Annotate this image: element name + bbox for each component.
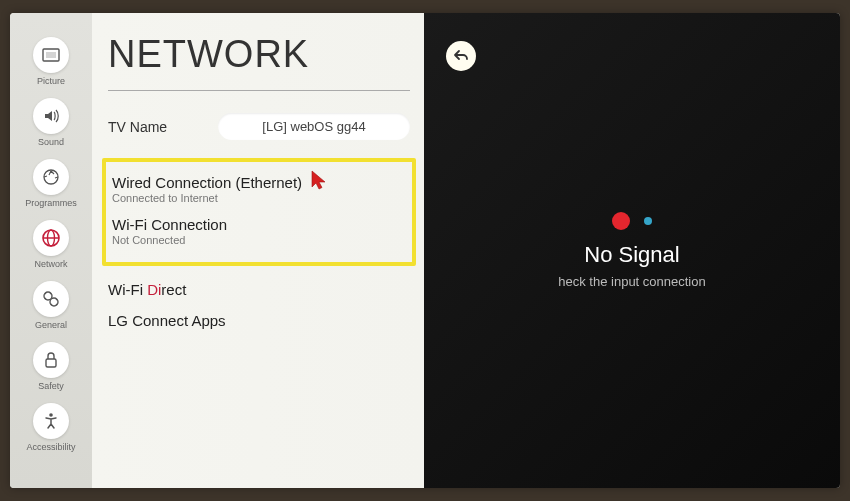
sidebar-item-network[interactable]: Network [33, 220, 69, 269]
svg-point-9 [49, 413, 53, 417]
dot-red-icon [612, 212, 630, 230]
sidebar-item-safety[interactable]: Safety [33, 342, 69, 391]
no-signal-title: No Signal [584, 242, 679, 268]
tv-name-label: TV Name [108, 119, 218, 135]
programmes-icon [33, 159, 69, 195]
wifi-direct-text-accent: Di [147, 281, 161, 298]
signal-indicator-dots [612, 212, 652, 230]
network-icon [33, 220, 69, 256]
sidebar-item-label: Accessibility [26, 442, 75, 452]
sidebar-item-general[interactable]: General [33, 281, 69, 330]
highlighted-connections: Wired Connection (Ethernet) Connected to… [102, 158, 416, 266]
option-wired-connection[interactable]: Wired Connection (Ethernet) Connected to… [112, 170, 406, 212]
tv-name-value[interactable]: [LG] webOS gg44 [218, 113, 410, 140]
divider [108, 90, 410, 91]
svg-rect-1 [46, 52, 56, 58]
back-button[interactable] [446, 41, 476, 71]
wifi-direct-text-pre: Wi-Fi [108, 281, 147, 298]
sidebar-item-label: General [35, 320, 67, 330]
svg-rect-8 [46, 359, 56, 367]
sidebar-item-label: Programmes [25, 198, 77, 208]
tv-name-row[interactable]: TV Name [LG] webOS gg44 [108, 113, 410, 140]
back-icon [453, 48, 469, 64]
sound-icon [33, 98, 69, 134]
sidebar-item-label: Safety [38, 381, 64, 391]
sidebar-item-programmes[interactable]: Programmes [25, 159, 77, 208]
lock-icon [33, 342, 69, 378]
wifi-direct-text-post: rect [161, 281, 186, 298]
page-title: NETWORK [108, 33, 410, 76]
option-wifi-connection[interactable]: Wi-Fi Connection Not Connected [112, 212, 406, 254]
option-subtitle: Connected to Internet [112, 192, 406, 204]
picture-icon [33, 37, 69, 73]
dot-blue-icon [644, 217, 652, 225]
sidebar-item-label: Sound [38, 137, 64, 147]
sidebar-item-label: Network [34, 259, 67, 269]
no-signal-subtitle: heck the input connection [558, 274, 705, 289]
accessibility-icon [33, 403, 69, 439]
general-icon [33, 281, 69, 317]
sidebar-item-sound[interactable]: Sound [33, 98, 69, 147]
option-wifi-direct[interactable]: Wi-Fi Direct [108, 274, 410, 305]
tv-playback-area: No Signal heck the input connection [424, 13, 840, 488]
option-lg-connect-apps[interactable]: LG Connect Apps [108, 305, 410, 336]
sidebar-item-label: Picture [37, 76, 65, 86]
settings-content-panel: NETWORK TV Name [LG] webOS gg44 Wired Co… [92, 13, 424, 488]
option-subtitle: Not Connected [112, 234, 406, 246]
settings-sidebar: Picture Sound Programmes Network General [10, 13, 92, 488]
option-title: Wi-Fi Connection [112, 216, 406, 233]
option-title: Wired Connection (Ethernet) [112, 174, 406, 191]
sidebar-item-picture[interactable]: Picture [33, 37, 69, 86]
sidebar-item-accessibility[interactable]: Accessibility [26, 403, 75, 452]
